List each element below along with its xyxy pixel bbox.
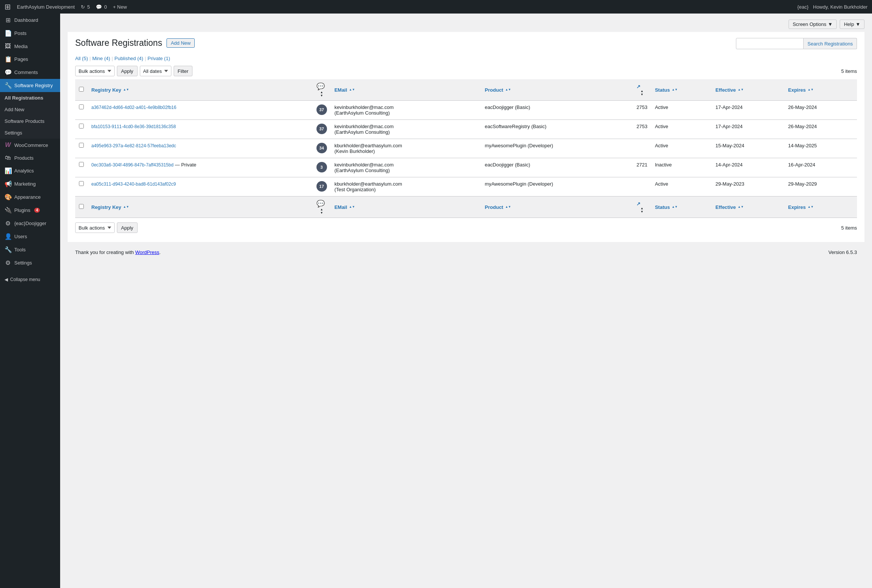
footer-select-all-checkbox[interactable] bbox=[79, 204, 84, 209]
sidebar-item-media[interactable]: 🖼Media bbox=[0, 40, 60, 53]
select-all-checkbox[interactable] bbox=[79, 87, 84, 92]
col-header-external[interactable]: ↗ ▲ ▼ bbox=[633, 79, 651, 101]
row-checkbox-cell[interactable] bbox=[75, 139, 88, 158]
footer-col-effective[interactable]: Effective ▲▼ bbox=[712, 197, 784, 218]
site-name[interactable]: EarthAsylum Development bbox=[17, 4, 75, 10]
row-checkbox-cell[interactable] bbox=[75, 101, 88, 120]
col-header-product[interactable]: Product ▲▼ bbox=[481, 79, 633, 101]
sidebar-item-settings[interactable]: ⚙Settings bbox=[0, 256, 60, 269]
col-header-effective[interactable]: Effective ▲▼ bbox=[712, 79, 784, 101]
dates-filter-select[interactable]: All dates bbox=[140, 66, 171, 76]
updates-count[interactable]: ↻ 5 bbox=[81, 4, 90, 10]
filter-mine-link[interactable]: Mine (4) bbox=[92, 56, 110, 61]
row-checkbox-cell[interactable] bbox=[75, 158, 88, 177]
footer-col-status[interactable]: Status ▲▼ bbox=[651, 197, 712, 218]
new-content[interactable]: + New bbox=[113, 4, 127, 10]
sidebar-item-eac-doojigger[interactable]: ⚙{eac}Doojigger bbox=[0, 217, 60, 230]
sidebar-item-tools[interactable]: 🔧Tools bbox=[0, 243, 60, 256]
footer-col-expires[interactable]: Expires ▲▼ bbox=[784, 197, 857, 218]
screen-options-button[interactable]: Screen Options ▼ bbox=[789, 20, 837, 29]
main-content: Screen Options ▼ Help ▼ Software Registr… bbox=[60, 14, 872, 588]
row-checkbox[interactable] bbox=[79, 104, 84, 109]
status-cell: Active bbox=[651, 120, 712, 139]
comment-count-cell[interactable]: 17 bbox=[313, 177, 331, 197]
select-all-column[interactable] bbox=[75, 79, 88, 101]
search-input[interactable] bbox=[736, 38, 804, 49]
col-header-email[interactable]: EMail ▲▼ bbox=[331, 79, 481, 101]
sidebar-item-appearance[interactable]: 🎨Appearance bbox=[0, 190, 60, 204]
sort-icon: ▲▼ bbox=[808, 206, 814, 209]
sidebar-item-posts[interactable]: 📄Posts bbox=[0, 27, 60, 40]
sidebar-item-products[interactable]: 🛍Products bbox=[0, 151, 60, 164]
howdy-user[interactable]: Howdy, Kevin Burkholder bbox=[813, 4, 867, 10]
user-account[interactable]: {eac} bbox=[797, 4, 808, 10]
filter-published-link[interactable]: Published (4) bbox=[114, 56, 143, 61]
expires-cell: 26-May-2024 bbox=[784, 101, 857, 120]
filter-private-link[interactable]: Private (1) bbox=[148, 56, 170, 61]
sort-icon: ▲▼ bbox=[738, 206, 744, 209]
registry-key-link[interactable]: ea05c311-d943-4240-bad8-61d143af02c9 bbox=[91, 181, 176, 187]
registry-key-link[interactable]: 0ec303a6-304f-4896-847b-7aff435315bd bbox=[91, 162, 174, 168]
submenu-add-new[interactable]: Add New bbox=[0, 104, 60, 115]
col-header-status[interactable]: Status ▲▼ bbox=[651, 79, 712, 101]
filter-button-top[interactable]: Filter bbox=[174, 66, 193, 76]
sidebar-item-plugins[interactable]: 🔌Plugins4 bbox=[0, 204, 60, 217]
comment-count-cell[interactable]: 3 bbox=[313, 158, 331, 177]
help-button[interactable]: Help ▼ bbox=[840, 20, 864, 29]
apply-button-top[interactable]: Apply bbox=[117, 66, 138, 76]
product-cell: eacSoftwareRegistry (Basic) bbox=[481, 120, 633, 139]
row-checkbox[interactable] bbox=[79, 143, 84, 148]
row-checkbox[interactable] bbox=[79, 181, 84, 186]
add-new-button[interactable]: Add New bbox=[167, 38, 195, 48]
collapse-icon: ◀ bbox=[5, 277, 8, 282]
wordpress-link[interactable]: WordPress bbox=[135, 249, 159, 255]
col-header-registry-key[interactable]: Registry Key ▲▼ bbox=[88, 79, 313, 101]
registry-key-link[interactable]: bfa10153-9111-4cd0-8e36-39d18136c358 bbox=[91, 124, 176, 129]
sidebar-item-marketing[interactable]: 📢Marketing bbox=[0, 177, 60, 190]
registry-key-link[interactable]: a367462d-4d66-4d02-a401-4e9b8b02fb16 bbox=[91, 105, 176, 110]
apply-button-bottom[interactable]: Apply bbox=[117, 222, 138, 233]
sidebar-item-analytics[interactable]: 📊Analytics bbox=[0, 164, 60, 177]
bulk-actions-select-bottom[interactable]: Bulk actions bbox=[75, 222, 115, 233]
bulk-actions-select[interactable]: Bulk actions bbox=[75, 66, 115, 76]
row-checkbox[interactable] bbox=[79, 162, 84, 167]
row-checkbox[interactable] bbox=[79, 124, 84, 128]
footer-col-registry-key[interactable]: Registry Key ▲▼ bbox=[88, 197, 313, 218]
submenu-settings[interactable]: Settings bbox=[0, 127, 60, 139]
comment-count-cell[interactable]: 34 bbox=[313, 139, 331, 158]
comment-count-cell[interactable]: 37 bbox=[313, 120, 331, 139]
footer-col-external[interactable]: ↗ ▲ ▼ bbox=[633, 197, 651, 218]
submenu-all-registrations[interactable]: All Registrations bbox=[0, 92, 60, 104]
sort-icon: ▲▼ bbox=[349, 206, 355, 209]
sidebar-item-pages[interactable]: 📋Pages bbox=[0, 53, 60, 66]
products-icon: 🛍 bbox=[5, 154, 11, 161]
comment-count-cell[interactable]: 37 bbox=[313, 101, 331, 120]
footer-col-email[interactable]: EMail ▲▼ bbox=[331, 197, 481, 218]
search-registrations-button[interactable]: Search Registrations bbox=[804, 38, 857, 49]
sidebar-item-software-registry[interactable]: 🔧Software Registry All Registrations Add… bbox=[0, 79, 60, 139]
col-header-expires[interactable]: Expires ▲▼ bbox=[784, 79, 857, 101]
footer-col-comment[interactable]: 💬 ▲ ▼ bbox=[313, 197, 331, 218]
refresh-icon: ↻ bbox=[81, 4, 85, 10]
sidebar-item-dashboard[interactable]: ⊞Dashboard bbox=[0, 14, 60, 27]
product-number-cell: 2753 bbox=[633, 120, 651, 139]
footer-select-all-column[interactable] bbox=[75, 197, 88, 218]
email-cell: kburkholder@earthasylum.com (Test Organi… bbox=[331, 177, 481, 197]
registry-key-link[interactable]: a495e963-297a-4e82-8124-57feeba13edc bbox=[91, 143, 176, 148]
product-number-cell bbox=[633, 177, 651, 197]
row-checkbox-cell[interactable] bbox=[75, 120, 88, 139]
collapse-menu[interactable]: ◀ Collapse menu bbox=[0, 273, 60, 286]
sidebar-item-woocommerce[interactable]: WWooCommerce bbox=[0, 139, 60, 151]
sort-icon: ▲▼ bbox=[808, 88, 814, 91]
sort-icon: ▲▼ bbox=[123, 206, 129, 209]
sidebar-item-comments[interactable]: 💬Comments bbox=[0, 66, 60, 79]
footer-col-product[interactable]: Product ▲▼ bbox=[481, 197, 633, 218]
tablenav-bottom: Bulk actions Apply 5 items bbox=[75, 222, 857, 233]
wp-logo-icon[interactable]: ⊞ bbox=[5, 2, 11, 11]
col-header-comment[interactable]: 💬 ▲ ▼ bbox=[313, 79, 331, 101]
sidebar-item-users[interactable]: 👤Users bbox=[0, 230, 60, 243]
submenu-software-products[interactable]: Software Products bbox=[0, 115, 60, 127]
row-checkbox-cell[interactable] bbox=[75, 177, 88, 197]
comments-count[interactable]: 💬 0 bbox=[96, 4, 107, 10]
filter-all-link[interactable]: All (5) bbox=[75, 56, 88, 61]
